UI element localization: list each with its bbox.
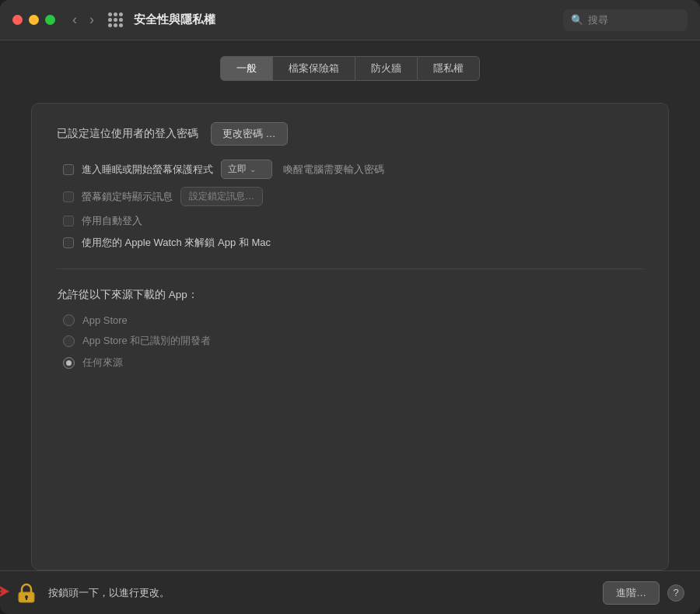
tab-privacy[interactable]: 隱私權 xyxy=(417,56,480,81)
disable-autologin-label: 停用自動登入 xyxy=(82,214,142,228)
lock-message-label: 螢幕鎖定時顯示訊息 xyxy=(82,190,173,204)
back-button[interactable]: ‹ xyxy=(68,10,82,30)
tab-general[interactable]: 一般 xyxy=(220,56,272,81)
radio-app-store-dev[interactable] xyxy=(63,335,75,347)
svg-marker-0 xyxy=(0,585,9,598)
nav-buttons: ‹ › xyxy=(68,10,99,30)
search-bar[interactable]: 🔍 搜尋 xyxy=(563,9,688,31)
radio-anywhere-label: 任何來源 xyxy=(82,356,123,370)
search-icon: 🔍 xyxy=(571,14,583,26)
password-label: 已設定這位使用者的登入密碼 xyxy=(57,127,198,141)
grid-dot xyxy=(108,12,112,16)
grid-dot xyxy=(114,18,117,22)
bottom-right-buttons: 進階… ? xyxy=(603,581,684,605)
forward-button[interactable]: › xyxy=(85,10,99,30)
search-placeholder: 搜尋 xyxy=(588,13,608,27)
grid-dot xyxy=(114,23,117,27)
radio-row-anywhere: 任何來源 xyxy=(63,356,643,370)
wake-label: 喚醒電腦需要輸入密碼 xyxy=(283,163,384,177)
window-title: 安全性與隱私權 xyxy=(134,12,215,27)
settings-container: 已設定這位使用者的登入密碼 更改密碼 … 進入睡眠或開始螢幕保護程式 立即 ⌄ … xyxy=(31,103,669,570)
minimize-button[interactable] xyxy=(29,15,39,25)
svg-rect-3 xyxy=(26,598,27,600)
grid-dot xyxy=(119,12,123,16)
lock-area: 按鎖頭一下，以進行更改。 xyxy=(16,582,170,604)
dropdown-arrow-icon: ⌄ xyxy=(250,165,256,174)
window: ‹ › 安全性與隱私權 🔍 搜尋 一般 檔案保險箱 xyxy=(0,0,700,614)
section-divider xyxy=(57,268,643,269)
grid-dot xyxy=(119,18,123,22)
grid-icon[interactable] xyxy=(108,12,123,27)
traffic-lights xyxy=(12,15,55,25)
close-button[interactable] xyxy=(12,15,23,25)
disable-autologin-row: 停用自動登入 xyxy=(57,214,643,228)
lock-text: 按鎖頭一下，以進行更改。 xyxy=(48,586,170,600)
screen-saver-checkbox[interactable] xyxy=(63,164,74,175)
immediate-dropdown[interactable]: 立即 ⌄ xyxy=(221,160,272,179)
dropdown-value: 立即 xyxy=(228,163,247,176)
radio-row-app-store: App Store xyxy=(63,314,643,326)
content: 一般 檔案保險箱 防火牆 隱私權 已設定這位使用者的登入密碼 更改密碼 … 進入… xyxy=(0,40,700,570)
radio-app-store[interactable] xyxy=(63,314,75,326)
tab-filevault[interactable]: 檔案保險箱 xyxy=(272,56,355,81)
apple-watch-row: 使用您的 Apple Watch 來解鎖 App 和 Mac xyxy=(57,236,643,250)
apple-watch-checkbox[interactable] xyxy=(63,237,74,248)
radio-anywhere[interactable] xyxy=(63,357,75,369)
titlebar: ‹ › 安全性與隱私權 🔍 搜尋 xyxy=(0,0,700,40)
tabs: 一般 檔案保險箱 防火牆 隱私權 xyxy=(31,56,669,81)
radio-group: App Store App Store 和已識別的開發者 任何來源 xyxy=(57,314,643,370)
advanced-button[interactable]: 進階… xyxy=(603,581,660,605)
help-button[interactable]: ? xyxy=(667,584,684,602)
downloads-label: 允許從以下來源下載的 App： xyxy=(57,288,643,302)
grid-dot xyxy=(108,23,112,27)
maximize-button[interactable] xyxy=(45,15,55,25)
disable-autologin-checkbox[interactable] xyxy=(63,216,74,226)
grid-dot xyxy=(114,12,117,16)
set-lock-message-button[interactable]: 設定鎖定訊息… xyxy=(180,187,263,206)
screen-saver-row: 進入睡眠或開始螢幕保護程式 立即 ⌄ 喚醒電腦需要輸入密碼 xyxy=(57,160,643,179)
screen-saver-label: 進入睡眠或開始螢幕保護程式 xyxy=(82,163,213,177)
apple-watch-label: 使用您的 Apple Watch 來解鎖 App 和 Mac xyxy=(82,236,271,250)
arrow-icon xyxy=(0,579,12,604)
change-password-button[interactable]: 更改密碼 … xyxy=(211,122,288,146)
grid-dot xyxy=(119,23,123,27)
lock-icon-wrapper xyxy=(16,582,37,604)
lock-icon[interactable] xyxy=(16,582,37,604)
grid-dot xyxy=(108,18,112,22)
radio-row-app-store-dev: App Store 和已識別的開發者 xyxy=(63,334,643,348)
radio-app-store-label: App Store xyxy=(82,314,128,326)
password-row: 已設定這位使用者的登入密碼 更改密碼 … xyxy=(57,122,643,146)
lock-message-row: 螢幕鎖定時顯示訊息 設定鎖定訊息… xyxy=(57,187,643,206)
radio-app-store-dev-label: App Store 和已識別的開發者 xyxy=(82,334,211,348)
tab-firewall[interactable]: 防火牆 xyxy=(355,56,417,81)
bottom-bar: 按鎖頭一下，以進行更改。 進階… ? xyxy=(0,570,700,614)
lock-message-checkbox[interactable] xyxy=(63,191,74,202)
